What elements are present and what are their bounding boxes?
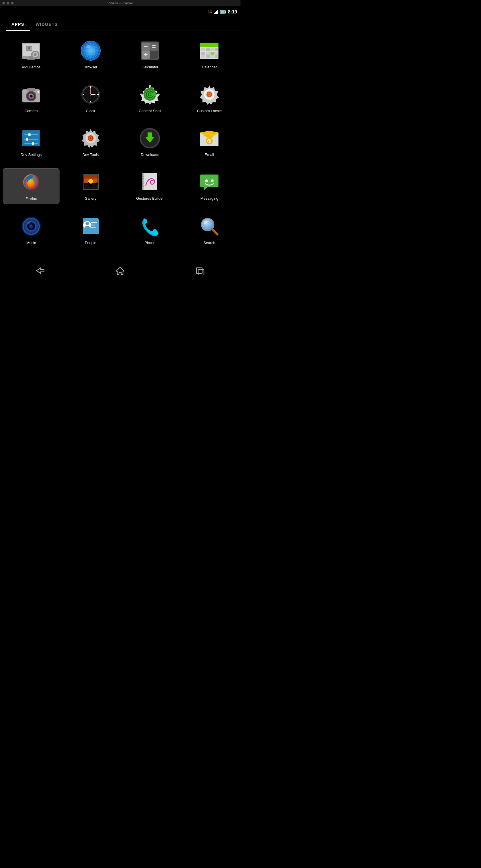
app-item-browser[interactable]: Browser bbox=[62, 37, 119, 72]
svg-rect-87 bbox=[149, 85, 151, 87]
app-item-messaging[interactable]: Messaging bbox=[181, 168, 238, 204]
svg-rect-36 bbox=[150, 51, 158, 59]
calendar-icon bbox=[198, 39, 221, 62]
camera-icon bbox=[20, 83, 42, 106]
downloads-label: Downloads bbox=[141, 153, 159, 157]
svg-rect-41 bbox=[206, 48, 210, 51]
svg-point-140 bbox=[30, 225, 32, 227]
messaging-label: Messaging bbox=[200, 196, 219, 201]
app-item-calendar[interactable]: Calendar bbox=[181, 37, 238, 72]
tab-widgets[interactable]: WIDGETS bbox=[30, 18, 63, 31]
gestures-builder-label: Gestures Builder bbox=[136, 196, 164, 201]
people-icon bbox=[79, 215, 102, 238]
svg-rect-153 bbox=[196, 268, 202, 274]
app-item-content-shell[interactable]: Content Shell bbox=[122, 81, 179, 116]
svg-rect-39 bbox=[200, 45, 219, 47]
svg-rect-127 bbox=[142, 173, 157, 190]
phone-icon bbox=[138, 215, 161, 238]
content-shell-icon bbox=[138, 83, 161, 106]
svg-rect-103 bbox=[32, 142, 34, 145]
app-item-phone[interactable]: Phone bbox=[122, 213, 179, 248]
svg-rect-47 bbox=[215, 52, 218, 55]
svg-rect-144 bbox=[91, 224, 95, 225]
custom-locale-label: Custom Locale bbox=[197, 109, 222, 114]
svg-rect-15 bbox=[35, 57, 36, 59]
signal-bar-3 bbox=[216, 11, 217, 14]
signal-bar-1 bbox=[214, 13, 215, 14]
svg-rect-29 bbox=[144, 46, 148, 47]
phone-label: Phone bbox=[145, 241, 156, 245]
app-item-dev-tools[interactable]: Dev Tools bbox=[62, 124, 119, 160]
back-button[interactable] bbox=[31, 265, 49, 276]
svg-rect-101 bbox=[26, 137, 28, 141]
browser-label: Browser bbox=[84, 65, 98, 70]
nav-bar bbox=[0, 259, 241, 282]
api-demos-icon bbox=[20, 39, 42, 62]
app-item-firefox[interactable]: Firefox bbox=[3, 168, 60, 204]
svg-rect-32 bbox=[152, 46, 156, 48]
custom-locale-icon bbox=[198, 83, 221, 106]
svg-point-134 bbox=[211, 179, 214, 182]
network-type: 3G bbox=[207, 10, 212, 14]
battery-icon bbox=[220, 10, 226, 14]
app-item-people[interactable]: People bbox=[62, 213, 119, 248]
window-controls bbox=[2, 2, 14, 5]
svg-rect-102 bbox=[24, 143, 38, 144]
minimize-dot bbox=[7, 2, 9, 5]
app-item-camera[interactable]: Camera bbox=[3, 81, 60, 116]
svg-rect-31 bbox=[152, 45, 156, 46]
signal-bar-2 bbox=[215, 12, 216, 14]
home-button[interactable] bbox=[111, 265, 129, 276]
dev-tools-icon bbox=[79, 127, 102, 150]
svg-rect-145 bbox=[91, 227, 96, 228]
clock-label: Clock bbox=[86, 109, 95, 114]
svg-rect-2 bbox=[220, 11, 224, 13]
app-item-calculator[interactable]: Calculator bbox=[122, 37, 179, 72]
svg-rect-14 bbox=[35, 51, 36, 52]
email-icon: @ bbox=[198, 127, 221, 150]
svg-rect-40 bbox=[201, 48, 205, 51]
music-icon bbox=[20, 215, 42, 238]
app-grid: API Demos bbox=[0, 31, 241, 253]
svg-rect-35 bbox=[145, 53, 147, 56]
people-label: People bbox=[85, 241, 96, 245]
app-item-clock[interactable]: Clock bbox=[62, 81, 119, 116]
svg-rect-48 bbox=[201, 55, 205, 58]
app-item-music[interactable]: Music bbox=[3, 213, 60, 248]
app-item-gestures-builder[interactable]: Gestures Builder bbox=[122, 168, 179, 204]
svg-point-60 bbox=[30, 95, 33, 98]
recents-button[interactable] bbox=[192, 265, 209, 276]
signal-icon bbox=[214, 10, 218, 14]
app-item-api-demos[interactable]: API Demos bbox=[3, 37, 60, 72]
svg-rect-90 bbox=[157, 94, 160, 95]
svg-rect-42 bbox=[211, 48, 215, 51]
browser-icon bbox=[79, 39, 102, 62]
app-item-downloads[interactable]: Downloads bbox=[122, 124, 179, 160]
svg-point-95 bbox=[209, 94, 210, 95]
app-item-email[interactable]: @ Email bbox=[181, 124, 238, 160]
svg-point-13 bbox=[34, 53, 37, 56]
svg-point-147 bbox=[86, 222, 89, 225]
svg-point-148 bbox=[84, 226, 90, 230]
svg-rect-45 bbox=[206, 52, 210, 55]
app-item-custom-locale[interactable]: Custom Locale bbox=[181, 81, 238, 116]
svg-rect-52 bbox=[211, 52, 215, 55]
svg-rect-154 bbox=[198, 270, 204, 275]
svg-rect-10 bbox=[27, 59, 35, 60]
svg-rect-51 bbox=[215, 55, 218, 58]
tab-apps[interactable]: APPS bbox=[6, 18, 30, 31]
svg-rect-99 bbox=[28, 133, 31, 136]
svg-rect-16 bbox=[31, 54, 33, 55]
svg-point-84 bbox=[154, 88, 155, 90]
svg-point-108 bbox=[90, 137, 92, 139]
app-item-search[interactable]: Search bbox=[181, 213, 238, 248]
svg-rect-43 bbox=[215, 48, 218, 51]
clock-icon bbox=[79, 83, 102, 106]
svg-text:@: @ bbox=[207, 139, 211, 143]
svg-point-74 bbox=[90, 94, 91, 95]
status-bar: 3G 8:19 bbox=[0, 6, 241, 18]
svg-line-151 bbox=[212, 229, 217, 234]
calculator-icon bbox=[138, 39, 161, 62]
app-item-gallery[interactable]: Gallery bbox=[62, 168, 119, 204]
app-item-dev-settings[interactable]: Dev Settings bbox=[3, 124, 60, 160]
